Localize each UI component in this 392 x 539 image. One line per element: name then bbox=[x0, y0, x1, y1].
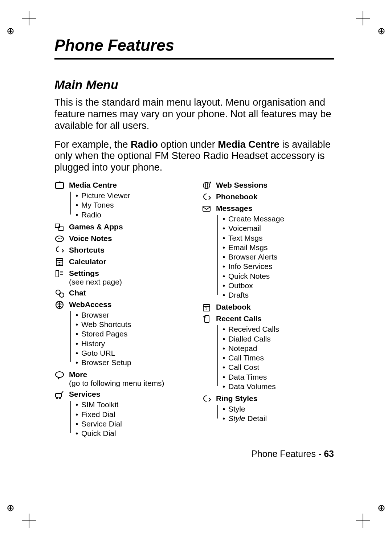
svg-point-20 bbox=[203, 182, 210, 189]
para2-bold-media-centre: Media Centre bbox=[218, 139, 279, 150]
menu-section-header: Web Sessions bbox=[201, 181, 334, 190]
menu-section-title: Settings bbox=[69, 269, 122, 278]
svg-rect-0 bbox=[56, 183, 64, 188]
page: ⊕ ⊕ ⊕ ⊕ Phone Features Main Menu This is… bbox=[0, 0, 392, 539]
svg-point-7 bbox=[59, 262, 60, 263]
menu-section: ServicesSIM ToolkitFixed DialService Dia… bbox=[54, 390, 187, 438]
para2-part: For example, the bbox=[54, 139, 131, 150]
webaccess-icon bbox=[54, 300, 65, 310]
crop-mark-icon bbox=[22, 514, 36, 528]
svg-rect-12 bbox=[56, 270, 59, 277]
web-sessions-icon bbox=[201, 181, 212, 190]
more-icon bbox=[54, 370, 65, 380]
menu-subitem: Data Times bbox=[221, 372, 334, 382]
menu-section-header: Ring Styles bbox=[201, 394, 334, 404]
intro-paragraph-1: This is the standard main menu layout. M… bbox=[54, 97, 334, 132]
menu-subitem: Notepad bbox=[221, 344, 334, 353]
menu-section-title: Messages bbox=[216, 204, 252, 213]
menu-section: Recent CallsReceived CallsDialled CallsN… bbox=[201, 314, 334, 391]
menu-section: Games & Apps bbox=[54, 222, 187, 232]
menu-section-header: Messages bbox=[201, 204, 334, 213]
settings-icon bbox=[54, 269, 65, 278]
menu-section-title: Shortcuts bbox=[69, 246, 105, 254]
menu-subitem: Call Cost bbox=[221, 363, 334, 372]
menu-section-title-wrap: Messages bbox=[216, 204, 252, 213]
menu-section-title: Datebook bbox=[216, 303, 251, 311]
menu-section-title-wrap: Datebook bbox=[216, 303, 251, 311]
menu-section-title-wrap: Settings(see next page) bbox=[69, 269, 122, 286]
menu-subitem: Quick Dial bbox=[74, 429, 187, 438]
menu-subitem: Voicemail bbox=[221, 224, 334, 233]
ring-styles-icon bbox=[201, 394, 212, 404]
title-rule bbox=[54, 58, 334, 60]
menu-subitem: Call Times bbox=[221, 353, 334, 363]
menu-section-title: Games & Apps bbox=[69, 222, 123, 231]
menu-subitem: SIM Toolkit bbox=[74, 400, 187, 409]
menu-column-left: Media CentrePicture ViewerMy TonesRadioG… bbox=[54, 181, 187, 441]
section-title: Main Menu bbox=[54, 78, 334, 92]
menu-column-right: Web SessionsPhonebookMessagesCreate Mess… bbox=[201, 181, 334, 441]
menu-subitem: Data Volumes bbox=[221, 382, 334, 391]
svg-rect-21 bbox=[203, 206, 210, 211]
menu-section: 1Datebook bbox=[201, 303, 334, 312]
svg-point-14 bbox=[60, 293, 64, 297]
menu-section-header: Games & Apps bbox=[54, 222, 187, 232]
menu-section-title: Voice Notes bbox=[69, 234, 112, 243]
menu-subitem: Browser Setup bbox=[74, 358, 187, 367]
menu-section-header: Media Centre bbox=[54, 181, 187, 190]
menu-section-header: More(go to following menu items) bbox=[54, 370, 187, 388]
menu-subitem: Create Message bbox=[221, 214, 334, 224]
menu-subitem: Text Msgs bbox=[221, 233, 334, 243]
para2-part: option under bbox=[158, 139, 218, 150]
games-apps-icon bbox=[54, 222, 65, 232]
menu-section-header: Chat bbox=[54, 289, 187, 298]
menu-section-title-wrap: Shortcuts bbox=[69, 246, 105, 254]
svg-point-8 bbox=[61, 262, 62, 263]
menu-subitem: History bbox=[74, 339, 187, 348]
svg-point-19 bbox=[59, 397, 61, 399]
menu-section-header: Settings(see next page) bbox=[54, 269, 187, 286]
menu-section-header: Shortcuts bbox=[54, 246, 187, 255]
menu-columns: Media CentrePicture ViewerMy TonesRadioG… bbox=[54, 181, 334, 441]
menu-section: Ring StylesStyleStyle Detail bbox=[201, 394, 334, 424]
menu-section-header: Recent Calls bbox=[201, 314, 334, 324]
shortcuts-icon bbox=[54, 246, 65, 255]
menu-subitem: Outbox bbox=[221, 281, 334, 290]
menu-section-title: Recent Calls bbox=[216, 314, 262, 323]
menu-section: WebAccessBrowserWeb ShortcutsStored Page… bbox=[54, 300, 187, 368]
menu-subitem: Web Shortcuts bbox=[74, 320, 187, 329]
menu-section-header: 1Datebook bbox=[201, 303, 334, 312]
register-mark-icon: ⊕ bbox=[377, 502, 385, 514]
menu-section-title-wrap: Phonebook bbox=[216, 192, 257, 201]
chat-icon bbox=[54, 289, 65, 298]
menu-subitem: Service Dial bbox=[74, 419, 187, 429]
services-icon bbox=[54, 390, 65, 399]
menu-subitems: Picture ViewerMy TonesRadio bbox=[54, 191, 187, 220]
menu-section-header: Calculator bbox=[54, 257, 187, 267]
menu-section: Calculator bbox=[54, 257, 187, 267]
menu-section-title-wrap: Games & Apps bbox=[69, 222, 123, 231]
menu-section-title-wrap: Ring Styles bbox=[216, 394, 257, 403]
calculator-icon bbox=[54, 257, 65, 267]
voice-notes-icon bbox=[54, 234, 65, 244]
menu-section-title-wrap: Recent Calls bbox=[216, 314, 262, 323]
content-area: Phone Features Main Menu This is the sta… bbox=[54, 36, 334, 441]
menu-subitem: Drafts bbox=[221, 290, 334, 300]
intro-paragraph-2: For example, the Radio option under Medi… bbox=[54, 139, 334, 174]
menu-subitem: Email Msgs bbox=[221, 243, 334, 252]
para2-bold-radio: Radio bbox=[131, 139, 158, 150]
menu-subitem: Style Detail bbox=[221, 414, 334, 423]
menu-subitem: Browser Alerts bbox=[221, 252, 334, 262]
phonebook-icon bbox=[201, 192, 212, 202]
crop-mark-icon bbox=[22, 11, 36, 25]
media-centre-icon bbox=[54, 181, 65, 190]
menu-subitem: Picture Viewer bbox=[74, 191, 187, 200]
svg-rect-17 bbox=[56, 393, 61, 397]
menu-section-title: Services bbox=[69, 390, 100, 399]
menu-section: Voice Notes bbox=[54, 234, 187, 244]
datebook-icon: 1 bbox=[201, 303, 212, 312]
recent-calls-icon bbox=[201, 314, 212, 324]
menu-subitem: My Tones bbox=[74, 200, 187, 210]
menu-section: Shortcuts bbox=[54, 246, 187, 255]
menu-section: Phonebook bbox=[201, 192, 334, 202]
